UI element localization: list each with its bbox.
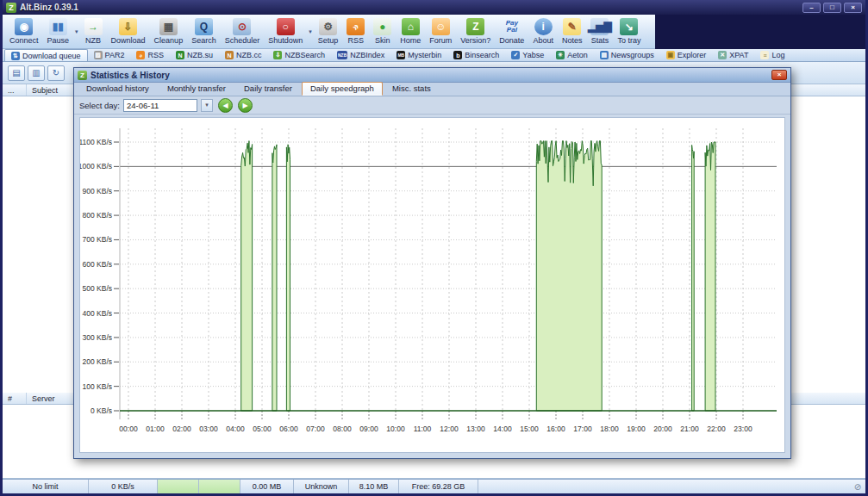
toolbar-button-cleanup[interactable]: ▦Cleanup (150, 16, 188, 48)
svg-text:200 KB/s: 200 KB/s (83, 357, 113, 366)
queue-tool-button-1[interactable]: ▤ (8, 65, 25, 81)
window-controls: – □ × (802, 3, 862, 13)
toolbar-button-totray[interactable]: ↘To tray (613, 16, 645, 48)
main-toolbar-row: ◉Connect▮▮Pause▾→NZB⇩Download▦CleanupQSe… (3, 15, 865, 49)
scheduler-icon: ⊙ (233, 18, 251, 35)
skin-icon: ● (373, 18, 391, 35)
toolbar-button-pause[interactable]: ▮▮Pause (43, 16, 74, 48)
dialog-tabs: Download historyMonthly transferDaily tr… (74, 83, 790, 96)
search-icon: Q (195, 18, 213, 35)
toolbar-button-setup[interactable]: ⚙Setup (314, 16, 343, 48)
svg-text:21:00: 21:00 (680, 425, 699, 433)
status-indicator-icon[interactable]: ⊘ (850, 480, 865, 493)
select-day-dropdown[interactable]: ▾ (201, 99, 213, 112)
toolbar-label-skin: Skin (375, 36, 390, 45)
tab-mysterbin[interactable]: MBMysterbin (390, 49, 447, 61)
minimize-button[interactable]: – (802, 3, 821, 13)
toolbar-dropdown-arrow-icon[interactable]: ▾ (73, 28, 80, 35)
toolbar-button-download[interactable]: ⇩Download (107, 16, 150, 48)
tab-label-newsgroups: Newsgroups (611, 51, 654, 59)
tab-aeton[interactable]: ✳Aeton (550, 49, 594, 61)
dialog-tab-download-history[interactable]: Download history (78, 82, 158, 96)
select-day-input[interactable] (123, 99, 197, 112)
toolbar-button-stats[interactable]: ▂▅▇Stats (586, 16, 613, 48)
chevron-down-icon: ▾ (205, 102, 209, 108)
dialog-close-button[interactable]: × (771, 70, 787, 80)
tab-newsgroups[interactable]: ▤Newsgroups (594, 49, 660, 61)
arrow-right-icon: ▶ (242, 102, 247, 109)
shutdown-icon: ○ (277, 18, 295, 35)
tab-rss[interactable]: »RSS (130, 49, 170, 61)
columns-icon: ▥ (32, 68, 40, 78)
tab-nzbindex[interactable]: NZBNZBIndex (331, 49, 390, 61)
tab-label-mysterbin: Mysterbin (408, 51, 441, 59)
yabse-icon: ✓ (511, 51, 520, 59)
toolbar-button-rss[interactable]: »RSS (342, 16, 369, 48)
tab-xpat[interactable]: ✕XPAT (712, 49, 754, 61)
tab-binsearch[interactable]: bBinsearch (447, 49, 505, 61)
tab-label-par2: PAR2 (105, 51, 125, 59)
window-title: Alt.Binz 0.39.1 (20, 3, 78, 12)
queue-tool-button-2[interactable]: ▥ (28, 65, 45, 81)
toolbar-button-nzb[interactable]: →NZB (80, 16, 107, 48)
toolbar-button-notes[interactable]: ✎Notes (558, 16, 587, 48)
tab-download-queue[interactable]: ⇅Download queue (4, 49, 88, 61)
svg-text:11:00: 11:00 (414, 425, 432, 433)
svg-text:22:00: 22:00 (707, 425, 726, 433)
explorer-icon: ▣ (666, 51, 675, 59)
previous-day-button[interactable]: ◀ (218, 98, 233, 113)
tab-nzbsearch[interactable]: ⇩NZBSearch (267, 49, 331, 61)
dialog-tab-monthly-transfer[interactable]: Monthly transfer (159, 82, 234, 96)
toolbar-button-about[interactable]: iAbout (528, 16, 558, 48)
maximize-button[interactable]: □ (823, 3, 841, 13)
svg-text:01:00: 01:00 (146, 425, 165, 433)
dialog-tab-daily-speedgraph[interactable]: Daily speedgraph (302, 82, 383, 96)
queue-column-status[interactable]: ... (3, 84, 27, 96)
donate-icon: PayPal (503, 18, 521, 35)
home-icon: ⌂ (402, 18, 420, 35)
svg-text:12:00: 12:00 (440, 425, 459, 433)
toolbar-label-home: Home (400, 36, 421, 45)
svg-text:1100 KB/s: 1100 KB/s (80, 138, 112, 146)
tab-label-nzbsearch: NZBSearch (284, 51, 325, 59)
dialog-tab-misc-stats[interactable]: Misc. stats (384, 82, 440, 96)
close-button[interactable]: × (844, 3, 862, 13)
toolbar-dropdown-arrow-icon[interactable]: ▾ (307, 28, 314, 35)
toolbar-button-skin[interactable]: ●Skin (369, 16, 396, 48)
tab-label-nzb-cc: NZB.cc (236, 51, 262, 59)
toolbar-button-scheduler[interactable]: ⊙Scheduler (221, 16, 265, 48)
tab-label-xpat: XPAT (729, 51, 748, 59)
tab-nzb-su[interactable]: NNZB.su (170, 49, 219, 61)
tab-yabse[interactable]: ✓Yabse (505, 49, 550, 61)
aeton-icon: ✳ (556, 51, 565, 59)
tab-par2[interactable]: ▨PAR2 (88, 49, 131, 61)
arrow-left-icon: ◀ (222, 102, 228, 109)
tab-label-nzbindex: NZBIndex (350, 51, 384, 59)
toolbar-button-connect[interactable]: ◉Connect (5, 16, 43, 48)
toolbar-label-nzb: NZB (85, 36, 101, 45)
toolbar-label-scheduler: Scheduler (225, 36, 260, 45)
toolbar-button-version[interactable]: ZVersion? (456, 16, 495, 48)
status-cell-0: No limit (3, 480, 89, 493)
toolbar-button-search[interactable]: QSearch (187, 16, 221, 48)
nzb-su-icon: N (176, 51, 184, 59)
tab-log[interactable]: ≡Log (754, 49, 790, 61)
next-day-button[interactable]: ▶ (238, 98, 253, 113)
tab-label-binsearch: Binsearch (465, 51, 499, 59)
tab-explorer[interactable]: ▣Explorer (660, 49, 713, 61)
nzbsearch-icon: ⇩ (273, 51, 282, 59)
svg-text:17:00: 17:00 (573, 425, 592, 433)
queue-tool-button-3[interactable]: ↻ (47, 65, 65, 81)
server-column-number[interactable]: # (3, 393, 27, 404)
toolbar-button-home[interactable]: ⌂Home (396, 16, 425, 48)
toolbar-button-forum[interactable]: ☺Forum (425, 16, 456, 48)
download-icon: ⇩ (119, 18, 137, 35)
tab-nzb-cc[interactable]: NNZB.cc (219, 49, 268, 61)
svg-text:06:00: 06:00 (279, 425, 298, 433)
svg-text:07:00: 07:00 (306, 425, 325, 433)
pause-icon: ▮▮ (49, 18, 67, 35)
toolbar-button-donate[interactable]: PayPalDonate (495, 16, 528, 48)
dialog-tab-daily-transfer[interactable]: Daily transfer (235, 82, 301, 96)
toolbar-label-forum: Forum (429, 36, 452, 45)
toolbar-button-shutdown[interactable]: ○Shutdown (264, 16, 307, 48)
